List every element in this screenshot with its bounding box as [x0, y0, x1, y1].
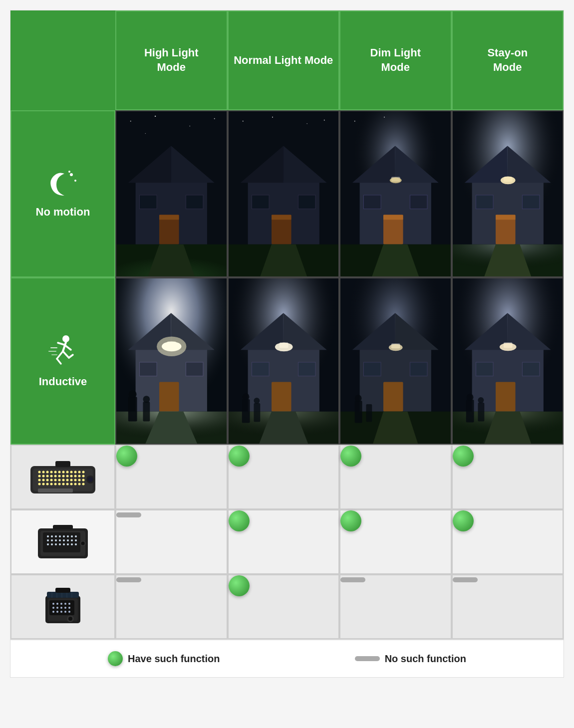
svg-point-196: [47, 535, 49, 537]
svg-rect-115: [364, 362, 381, 376]
p2-normal-mark: [228, 509, 340, 574]
product3-cell: [10, 574, 115, 639]
svg-rect-135: [466, 400, 474, 422]
green-dot-p1-normal: [229, 446, 250, 467]
svg-point-144: [50, 471, 53, 474]
svg-point-187: [78, 483, 81, 485]
svg-rect-137: [478, 403, 484, 422]
svg-point-248: [68, 617, 72, 621]
svg-point-138: [478, 397, 484, 403]
p1-dim-mark: [339, 445, 452, 509]
product1-cell: [10, 445, 115, 509]
svg-rect-98: [252, 362, 269, 376]
svg-point-96: [275, 342, 292, 351]
svg-point-188: [82, 483, 85, 485]
svg-rect-42: [383, 215, 403, 220]
svg-point-243: [56, 611, 58, 613]
svg-rect-192: [38, 488, 73, 492]
svg-rect-86: [128, 397, 137, 421]
svg-rect-103: [242, 399, 250, 423]
scene-inductive-normal: [228, 277, 340, 445]
svg-point-8: [145, 133, 146, 134]
svg-rect-55: [496, 215, 516, 220]
svg-point-214: [55, 543, 57, 545]
svg-point-106: [254, 398, 260, 404]
svg-rect-15: [186, 195, 203, 209]
svg-line-63: [58, 343, 64, 345]
svg-point-204: [47, 539, 49, 541]
svg-point-6: [190, 126, 191, 127]
svg-point-179: [46, 483, 49, 485]
svg-point-173: [70, 479, 73, 482]
svg-point-21: [306, 123, 307, 124]
svg-line-64: [64, 345, 71, 350]
legend-have-label: Have such function: [128, 653, 220, 665]
svg-point-177: [38, 483, 41, 485]
svg-rect-191: [55, 461, 70, 467]
svg-point-211: [75, 539, 77, 541]
header-label-cell: [10, 10, 115, 110]
svg-point-242: [52, 611, 54, 613]
scene-inductive-dim: [339, 277, 452, 445]
svg-point-169: [54, 479, 57, 482]
svg-point-156: [50, 475, 53, 478]
svg-rect-129: [496, 382, 516, 411]
svg-point-145: [54, 471, 57, 474]
product1-image: [25, 451, 100, 503]
svg-point-175: [78, 479, 81, 482]
svg-point-155: [46, 475, 49, 478]
svg-point-213: [51, 543, 53, 545]
svg-point-180: [50, 483, 53, 485]
p1-normal-mark: [228, 445, 340, 509]
svg-point-1: [74, 180, 76, 182]
svg-point-236: [68, 603, 70, 605]
svg-rect-82: [186, 362, 203, 376]
svg-point-246: [68, 611, 70, 613]
dash-p3-high: [116, 577, 141, 582]
svg-point-233: [56, 603, 58, 605]
svg-point-7: [214, 118, 215, 119]
p2-high-mark: [115, 509, 228, 574]
p3-dim-mark: [339, 574, 452, 639]
svg-point-198: [55, 535, 57, 537]
svg-rect-121: [366, 404, 372, 422]
svg-rect-81: [140, 362, 157, 376]
row-label-no-motion: No motion: [10, 110, 115, 277]
legend-green-dot: [108, 651, 123, 666]
svg-point-183: [62, 483, 65, 485]
svg-rect-116: [410, 362, 427, 376]
svg-rect-195: [43, 532, 80, 552]
svg-point-128: [499, 343, 516, 351]
svg-point-19: [242, 121, 243, 122]
header-normal-light: Normal Light Mode: [228, 10, 340, 110]
svg-point-136: [466, 394, 473, 401]
svg-rect-27: [272, 215, 291, 220]
svg-point-181: [54, 483, 57, 485]
svg-rect-222: [53, 525, 73, 529]
svg-point-219: [75, 543, 77, 545]
svg-rect-105: [254, 403, 260, 422]
svg-point-113: [389, 344, 403, 351]
legend-row: Have such function No such function: [10, 639, 564, 677]
product2-image: [28, 516, 98, 568]
svg-point-165: [38, 479, 41, 482]
p2-stayon-mark: [452, 509, 564, 574]
svg-point-184: [66, 483, 69, 485]
p1-high-mark: [115, 445, 228, 509]
svg-rect-119: [355, 401, 362, 423]
svg-point-210: [71, 539, 73, 541]
svg-point-143: [46, 471, 49, 474]
svg-point-157: [54, 475, 57, 478]
svg-line-68: [69, 355, 73, 358]
dash-p2-high: [116, 512, 141, 517]
scene-no-motion-normal: [228, 110, 340, 277]
svg-point-158: [58, 475, 61, 478]
svg-point-167: [46, 479, 49, 482]
svg-rect-99: [298, 362, 315, 376]
svg-line-66: [57, 359, 61, 364]
svg-point-0: [70, 173, 73, 176]
svg-point-244: [60, 611, 62, 613]
svg-rect-114: [383, 382, 403, 411]
svg-point-162: [74, 475, 77, 478]
svg-point-182: [58, 483, 61, 485]
